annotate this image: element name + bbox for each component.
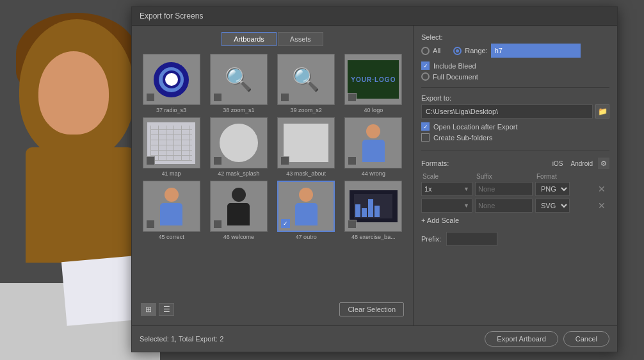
divider-2 [421, 151, 609, 151]
radio-full-doc-circle [421, 72, 430, 81]
person-wrong-shape [362, 124, 385, 162]
thumb-box-45 [143, 181, 200, 232]
thumbnail-43[interactable]: 43 mask_about [275, 117, 338, 177]
thumbnail-37[interactable]: 37 radio_s3 [140, 54, 203, 113]
thumb-checkbox-38[interactable] [213, 93, 222, 102]
thumb-label-43: 43 mask_about [286, 170, 326, 177]
create-subfolders-label: Create Sub-folders [433, 134, 492, 142]
radio-all-circle [421, 47, 430, 55]
remove-format-1-button[interactable]: ✕ [597, 184, 607, 194]
add-scale-button[interactable]: + Add Scale [421, 215, 459, 225]
right-panel: Select: All Range: Include Bleed [414, 26, 617, 325]
range-input[interactable] [491, 44, 581, 58]
scale-select-2[interactable]: ▼ [421, 199, 472, 213]
thumbnail-39[interactable]: 🔍 39 zoom_s2 [275, 54, 338, 113]
open-location-checkbox[interactable] [421, 122, 430, 131]
thumbnail-44[interactable]: 44 wrong [342, 117, 405, 177]
circle-shape [220, 124, 258, 162]
thumbnail-47[interactable]: 47 outro [275, 181, 338, 240]
suffix-input-2[interactable] [475, 199, 533, 213]
thumb-label-44: 44 wrong [362, 170, 385, 177]
format-row-header: Scale Suffix Format [421, 173, 609, 180]
thumb-checkbox-45[interactable] [146, 220, 155, 229]
remove-format-2-button[interactable]: ✕ [597, 200, 607, 211]
thumb-box-37 [143, 54, 200, 105]
person-head-correct [165, 188, 179, 202]
zoom-shape-39: 🔍 [292, 67, 320, 93]
thumbnail-46[interactable]: 46 welcome [207, 181, 270, 240]
radio-range-circle [453, 47, 462, 55]
open-location-row: Open Location after Export [421, 122, 609, 131]
thumbnail-42[interactable]: 42 mask_splash [207, 117, 270, 177]
thumbnails-grid: 37 radio_s3 🔍 38 zoom_s1 🔍 [138, 53, 407, 241]
radio-full-doc[interactable]: Full Document [421, 72, 478, 81]
person-body [362, 140, 385, 162]
thumb-label-39: 39 zoom_s2 [291, 107, 322, 113]
scale-select-1[interactable]: 1x ▼ [421, 182, 472, 196]
include-bleed-checkbox[interactable] [421, 61, 430, 70]
format-row-2: ▼ PNG SVG PDF JPG ✕ [421, 199, 609, 213]
ios-button[interactable]: iOS [550, 159, 566, 168]
thumb-checkbox-37[interactable] [146, 93, 155, 102]
thumb-box-41 [143, 117, 200, 168]
thumb-checkbox-40[interactable] [348, 93, 357, 102]
thumb-checkbox-43[interactable] [280, 156, 289, 165]
person-body-outro [295, 203, 318, 225]
tab-artboards[interactable]: Artboards [221, 32, 277, 46]
thumbnail-40[interactable]: YOUR·LOGO 40 logo [342, 54, 405, 113]
thumbnail-48[interactable]: 48 exercise_ba... [342, 181, 405, 240]
thumb-label-42: 42 mask_splash [218, 170, 259, 177]
radio-row: All Range: [421, 44, 609, 58]
select-section: Select: All Range: Include Bleed [421, 33, 609, 81]
thumb-checkbox-47[interactable] [281, 219, 290, 228]
prefix-input[interactable] [446, 232, 497, 246]
thumb-label-38: 38 zoom_s1 [223, 107, 254, 113]
radio-shape [154, 62, 189, 97]
radio-range-label: Range: [465, 47, 487, 54]
format-select-2[interactable]: PNG SVG PDF JPG [535, 199, 570, 213]
scale-value-1: 1x [424, 185, 432, 193]
tab-assets[interactable]: Assets [278, 32, 323, 46]
person-correct-shape [160, 188, 182, 225]
dialog-title: Export for Screens [140, 12, 203, 20]
thumb-checkbox-48[interactable] [348, 220, 357, 229]
thumb-box-48 [344, 181, 402, 232]
suffix-header: Suffix [476, 173, 534, 180]
thumb-label-41: 41 map [162, 170, 181, 177]
thumb-box-38: 🔍 [210, 54, 268, 105]
screen-inner [354, 194, 392, 218]
thumb-label-45: 45 correct [159, 234, 184, 240]
android-button[interactable]: Android [568, 159, 595, 168]
person-head-welcome [232, 188, 246, 202]
thumb-box-39: 🔍 [277, 54, 335, 105]
export-path-input[interactable] [421, 104, 593, 119]
scale-arrow-1: ▼ [463, 186, 469, 192]
format-select-1[interactable]: PNG SVG PDF JPG [535, 182, 570, 196]
create-subfolders-row: Create Sub-folders [421, 133, 609, 142]
clear-selection-button[interactable]: Clear Selection [339, 302, 404, 316]
include-bleed-row: Include Bleed [421, 61, 609, 70]
thumb-box-46 [210, 181, 268, 232]
thumbnail-41[interactable]: 41 map [140, 117, 203, 177]
export-artboard-button[interactable]: Export Artboard [485, 331, 558, 347]
thumb-box-42 [210, 117, 268, 168]
cancel-button[interactable]: Cancel [563, 331, 609, 347]
thumbnail-38[interactable]: 🔍 38 zoom_s1 [207, 54, 270, 113]
radio-range[interactable]: Range: [453, 44, 580, 58]
list-view-button[interactable]: ☰ [159, 303, 174, 316]
thumb-checkbox-44[interactable] [348, 156, 357, 165]
create-subfolders-checkbox[interactable] [421, 133, 430, 142]
thumbnail-45[interactable]: 45 correct [140, 181, 203, 240]
thumb-checkbox-39[interactable] [280, 93, 289, 102]
thumb-checkbox-46[interactable] [213, 220, 222, 229]
suffix-input-1[interactable] [475, 182, 533, 196]
thumb-checkbox-41[interactable] [146, 156, 155, 165]
thumbnails-scroll[interactable]: 37 radio_s3 🔍 38 zoom_s1 🔍 [138, 53, 407, 297]
radio-all[interactable]: All [421, 47, 440, 55]
divider-1 [421, 87, 609, 88]
formats-settings-button[interactable]: ⚙ [598, 158, 609, 169]
browse-folder-button[interactable]: 📁 [595, 104, 609, 119]
grid-view-button[interactable]: ⊞ [141, 303, 156, 316]
scale-arrow-2: ▼ [463, 202, 469, 209]
thumb-checkbox-42[interactable] [213, 156, 222, 165]
